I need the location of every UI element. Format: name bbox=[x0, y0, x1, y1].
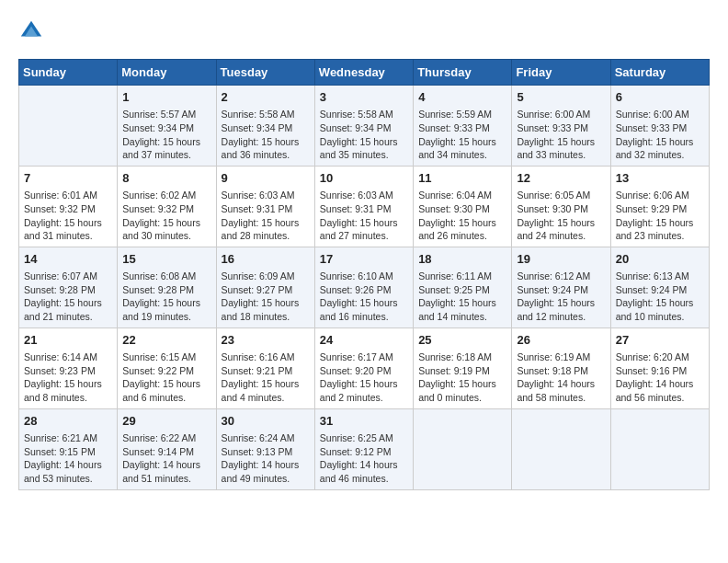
day-info: Sunrise: 6:15 AMSunset: 9:22 PMDaylight:… bbox=[122, 350, 210, 405]
calendar-week-row: 14Sunrise: 6:07 AMSunset: 9:28 PMDayligh… bbox=[19, 247, 710, 327]
day-info: Sunrise: 5:58 AMSunset: 9:34 PMDaylight:… bbox=[222, 108, 310, 162]
day-info: Sunrise: 6:18 AMSunset: 9:19 PMDaylight:… bbox=[418, 350, 506, 405]
day-info: Sunrise: 5:58 AMSunset: 9:34 PMDaylight:… bbox=[320, 108, 408, 162]
calendar-cell: 20Sunrise: 6:13 AMSunset: 9:24 PMDayligh… bbox=[610, 247, 709, 327]
logo-icon bbox=[18, 18, 44, 44]
day-info: Sunrise: 6:19 AMSunset: 9:18 PMDaylight:… bbox=[517, 350, 605, 405]
calendar-cell: 25Sunrise: 6:18 AMSunset: 9:19 PMDayligh… bbox=[414, 327, 512, 408]
calendar-cell: 1Sunrise: 5:57 AMSunset: 9:34 PMDaylight… bbox=[118, 86, 216, 167]
day-info: Sunrise: 6:08 AMSunset: 9:28 PMDaylight:… bbox=[122, 270, 210, 324]
day-info: Sunrise: 6:06 AMSunset: 9:29 PMDaylight:… bbox=[616, 189, 704, 243]
day-info: Sunrise: 6:21 AMSunset: 9:15 PMDaylight:… bbox=[24, 431, 112, 486]
day-info: Sunrise: 6:04 AMSunset: 9:30 PMDaylight:… bbox=[418, 189, 506, 243]
day-number: 17 bbox=[320, 251, 408, 268]
day-number: 24 bbox=[320, 332, 408, 349]
day-info: Sunrise: 6:22 AMSunset: 9:14 PMDaylight:… bbox=[122, 431, 210, 486]
day-info: Sunrise: 6:16 AMSunset: 9:21 PMDaylight:… bbox=[222, 350, 310, 405]
calendar-cell: 4Sunrise: 5:59 AMSunset: 9:33 PMDaylight… bbox=[414, 86, 512, 167]
day-number: 1 bbox=[122, 89, 210, 106]
day-number: 31 bbox=[320, 413, 408, 430]
day-number: 22 bbox=[122, 332, 210, 349]
calendar-cell: 11Sunrise: 6:04 AMSunset: 9:30 PMDayligh… bbox=[414, 166, 512, 247]
calendar-cell: 16Sunrise: 6:09 AMSunset: 9:27 PMDayligh… bbox=[216, 247, 314, 327]
calendar-cell: 21Sunrise: 6:14 AMSunset: 9:23 PMDayligh… bbox=[19, 327, 118, 408]
calendar-cell bbox=[610, 408, 709, 489]
day-of-week-header: Sunday bbox=[19, 60, 118, 86]
day-info: Sunrise: 5:57 AMSunset: 9:34 PMDaylight:… bbox=[122, 108, 210, 162]
day-number: 14 bbox=[24, 251, 112, 268]
day-number: 21 bbox=[24, 332, 112, 349]
calendar-header-row: SundayMondayTuesdayWednesdayThursdayFrid… bbox=[19, 60, 710, 86]
calendar-cell: 3Sunrise: 5:58 AMSunset: 9:34 PMDaylight… bbox=[314, 86, 413, 167]
day-info: Sunrise: 6:17 AMSunset: 9:20 PMDaylight:… bbox=[320, 350, 408, 405]
calendar-cell: 26Sunrise: 6:19 AMSunset: 9:18 PMDayligh… bbox=[512, 327, 610, 408]
calendar-cell bbox=[19, 86, 118, 167]
day-info: Sunrise: 6:10 AMSunset: 9:26 PMDaylight:… bbox=[320, 270, 408, 324]
calendar-cell: 8Sunrise: 6:02 AMSunset: 9:32 PMDaylight… bbox=[118, 166, 216, 247]
day-number: 11 bbox=[418, 170, 506, 187]
day-info: Sunrise: 6:24 AMSunset: 9:13 PMDaylight:… bbox=[222, 431, 310, 486]
day-of-week-header: Wednesday bbox=[314, 60, 413, 86]
calendar-cell: 31Sunrise: 6:25 AMSunset: 9:12 PMDayligh… bbox=[314, 408, 413, 489]
day-number: 16 bbox=[222, 251, 310, 268]
calendar-cell: 9Sunrise: 6:03 AMSunset: 9:31 PMDaylight… bbox=[216, 166, 314, 247]
calendar-cell: 27Sunrise: 6:20 AMSunset: 9:16 PMDayligh… bbox=[610, 327, 709, 408]
day-of-week-header: Thursday bbox=[414, 60, 512, 86]
day-number: 4 bbox=[418, 89, 506, 106]
day-info: Sunrise: 6:12 AMSunset: 9:24 PMDaylight:… bbox=[517, 270, 605, 324]
day-number: 7 bbox=[24, 170, 112, 187]
day-number: 18 bbox=[418, 251, 506, 268]
calendar-week-row: 28Sunrise: 6:21 AMSunset: 9:15 PMDayligh… bbox=[19, 408, 710, 489]
day-info: Sunrise: 6:20 AMSunset: 9:16 PMDaylight:… bbox=[616, 350, 704, 405]
calendar-week-row: 21Sunrise: 6:14 AMSunset: 9:23 PMDayligh… bbox=[19, 327, 710, 408]
calendar-week-row: 7Sunrise: 6:01 AMSunset: 9:32 PMDaylight… bbox=[19, 166, 710, 247]
calendar-cell: 6Sunrise: 6:00 AMSunset: 9:33 PMDaylight… bbox=[610, 86, 709, 167]
day-info: Sunrise: 6:13 AMSunset: 9:24 PMDaylight:… bbox=[616, 270, 704, 324]
calendar-cell: 18Sunrise: 6:11 AMSunset: 9:25 PMDayligh… bbox=[414, 247, 512, 327]
calendar-cell: 13Sunrise: 6:06 AMSunset: 9:29 PMDayligh… bbox=[610, 166, 709, 247]
day-number: 19 bbox=[517, 251, 605, 268]
day-info: Sunrise: 6:07 AMSunset: 9:28 PMDaylight:… bbox=[24, 270, 112, 324]
calendar-body: 1Sunrise: 5:57 AMSunset: 9:34 PMDaylight… bbox=[19, 86, 710, 490]
day-info: Sunrise: 6:02 AMSunset: 9:32 PMDaylight:… bbox=[122, 189, 210, 243]
calendar-cell: 5Sunrise: 6:00 AMSunset: 9:33 PMDaylight… bbox=[512, 86, 610, 167]
day-number: 20 bbox=[616, 251, 704, 268]
day-of-week-header: Monday bbox=[118, 60, 216, 86]
logo bbox=[18, 18, 48, 44]
day-of-week-header: Friday bbox=[512, 60, 610, 86]
day-info: Sunrise: 6:05 AMSunset: 9:30 PMDaylight:… bbox=[517, 189, 605, 243]
day-info: Sunrise: 6:01 AMSunset: 9:32 PMDaylight:… bbox=[24, 189, 112, 243]
day-number: 29 bbox=[122, 413, 210, 430]
day-number: 9 bbox=[222, 170, 310, 187]
calendar-cell: 7Sunrise: 6:01 AMSunset: 9:32 PMDaylight… bbox=[19, 166, 118, 247]
day-info: Sunrise: 6:03 AMSunset: 9:31 PMDaylight:… bbox=[320, 189, 408, 243]
day-number: 3 bbox=[320, 89, 408, 106]
calendar-cell: 12Sunrise: 6:05 AMSunset: 9:30 PMDayligh… bbox=[512, 166, 610, 247]
calendar-week-row: 1Sunrise: 5:57 AMSunset: 9:34 PMDaylight… bbox=[19, 86, 710, 167]
calendar-cell: 10Sunrise: 6:03 AMSunset: 9:31 PMDayligh… bbox=[314, 166, 413, 247]
day-info: Sunrise: 6:25 AMSunset: 9:12 PMDaylight:… bbox=[320, 431, 408, 486]
calendar-cell: 2Sunrise: 5:58 AMSunset: 9:34 PMDaylight… bbox=[216, 86, 314, 167]
calendar-cell: 24Sunrise: 6:17 AMSunset: 9:20 PMDayligh… bbox=[314, 327, 413, 408]
day-info: Sunrise: 6:09 AMSunset: 9:27 PMDaylight:… bbox=[222, 270, 310, 324]
calendar-cell: 28Sunrise: 6:21 AMSunset: 9:15 PMDayligh… bbox=[19, 408, 118, 489]
calendar-header: SundayMondayTuesdayWednesdayThursdayFrid… bbox=[19, 60, 710, 86]
day-number: 30 bbox=[222, 413, 310, 430]
day-number: 25 bbox=[418, 332, 506, 349]
day-number: 6 bbox=[616, 89, 704, 106]
day-number: 26 bbox=[517, 332, 605, 349]
calendar-cell: 15Sunrise: 6:08 AMSunset: 9:28 PMDayligh… bbox=[118, 247, 216, 327]
day-info: Sunrise: 6:00 AMSunset: 9:33 PMDaylight:… bbox=[517, 108, 605, 162]
page-header bbox=[18, 18, 710, 44]
day-info: Sunrise: 5:59 AMSunset: 9:33 PMDaylight:… bbox=[418, 108, 506, 162]
day-number: 28 bbox=[24, 413, 112, 430]
day-of-week-header: Saturday bbox=[610, 60, 709, 86]
day-number: 12 bbox=[517, 170, 605, 187]
day-number: 27 bbox=[616, 332, 704, 349]
calendar-cell: 22Sunrise: 6:15 AMSunset: 9:22 PMDayligh… bbox=[118, 327, 216, 408]
calendar-cell bbox=[512, 408, 610, 489]
day-number: 10 bbox=[320, 170, 408, 187]
calendar-cell: 23Sunrise: 6:16 AMSunset: 9:21 PMDayligh… bbox=[216, 327, 314, 408]
day-number: 8 bbox=[122, 170, 210, 187]
day-info: Sunrise: 6:00 AMSunset: 9:33 PMDaylight:… bbox=[616, 108, 704, 162]
